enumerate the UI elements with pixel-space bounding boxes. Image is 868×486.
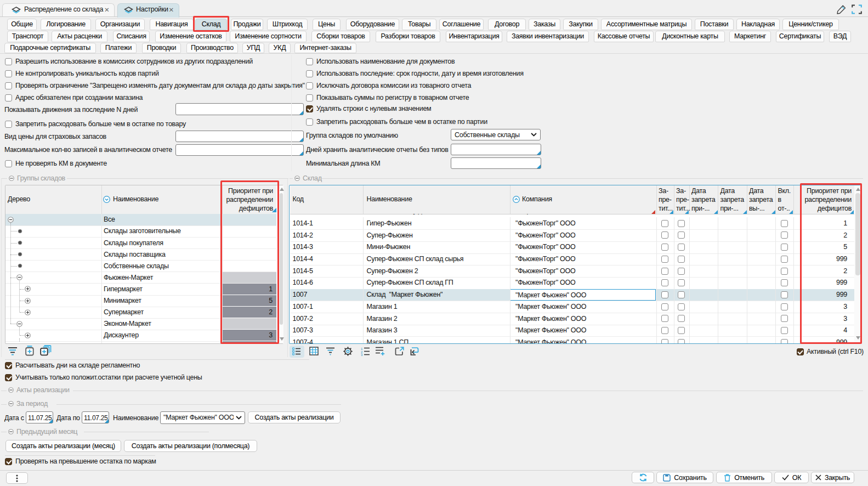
svg-text:3: 3 (361, 353, 363, 356)
